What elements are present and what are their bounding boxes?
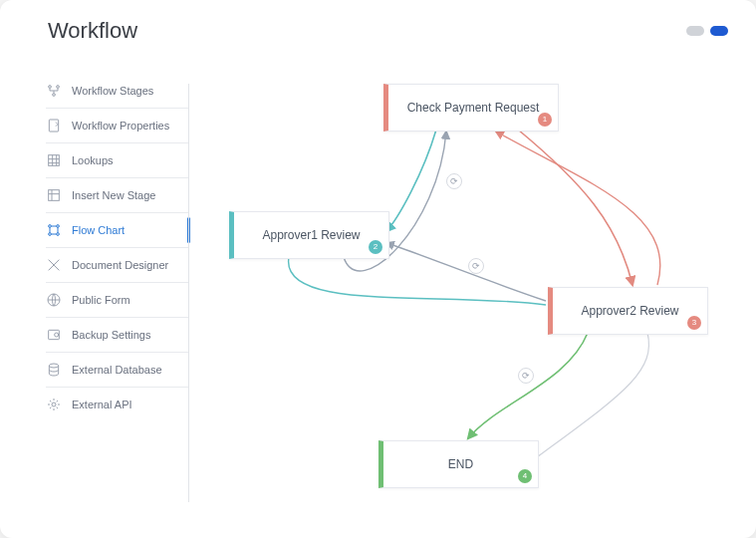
sidebar-item-external-api[interactable]: External API xyxy=(46,388,189,421)
flow-node-label: Approver2 Review xyxy=(581,304,678,318)
sidebar-item-label: Flow Chart xyxy=(72,224,125,236)
link-icon: ⟳ xyxy=(518,368,534,384)
flowchart-canvas[interactable]: ⟳ ⟳ ⟳ ⟳ Check Payment Request 1 Approver… xyxy=(189,44,756,532)
sidebar-item-label: Public Form xyxy=(72,294,130,306)
body: Workflow Stages Workflow Properties Look… xyxy=(0,44,756,532)
svg-rect-11 xyxy=(49,330,60,339)
toggle-option-b[interactable] xyxy=(710,26,728,36)
toggle-option-a[interactable] xyxy=(686,26,704,36)
flow-node-label: Approver1 Review xyxy=(262,228,360,242)
database-icon xyxy=(46,362,62,378)
svg-point-12 xyxy=(55,333,59,337)
sidebar-item-flow-chart[interactable]: Flow Chart xyxy=(46,213,189,248)
link-icon: ⟳ xyxy=(468,258,484,274)
sidebar-item-label: External API xyxy=(72,399,132,410)
svg-rect-4 xyxy=(49,155,60,166)
properties-icon xyxy=(46,118,62,134)
sidebar-item-label: Backup Settings xyxy=(72,329,151,341)
flow-node[interactable]: Check Payment Request 1 xyxy=(383,84,559,132)
flow-node-label: END xyxy=(448,457,473,471)
grid-icon xyxy=(46,152,62,168)
svg-point-8 xyxy=(49,233,52,236)
svg-point-0 xyxy=(49,86,52,89)
sidebar-item-label: Workflow Stages xyxy=(72,85,153,97)
svg-point-2 xyxy=(53,94,56,97)
svg-point-14 xyxy=(52,403,56,406)
view-toggle[interactable] xyxy=(686,26,728,36)
stages-icon xyxy=(46,83,62,99)
link-icon: ⟳ xyxy=(446,173,462,189)
flow-node-label: Check Payment Request xyxy=(407,101,540,115)
flow-node-badge: 4 xyxy=(518,469,532,483)
sidebar-item-label: Document Designer xyxy=(72,259,168,271)
flowchart-icon xyxy=(46,222,62,238)
sidebar-item-workflow-properties[interactable]: Workflow Properties xyxy=(46,109,189,143)
sidebar-item-external-database[interactable]: External Database xyxy=(46,353,189,388)
svg-rect-5 xyxy=(49,190,60,201)
api-icon xyxy=(46,397,62,412)
designer-icon xyxy=(46,257,62,273)
workflow-card: Workflow Workflow Stages Workflow Proper… xyxy=(0,0,756,538)
globe-icon xyxy=(46,292,62,308)
sidebar: Workflow Stages Workflow Properties Look… xyxy=(0,44,189,532)
page-title: Workflow xyxy=(48,18,137,44)
sidebar-item-insert-stage[interactable]: Insert New Stage xyxy=(46,178,189,213)
sidebar-item-public-form[interactable]: Public Form xyxy=(46,283,189,318)
sidebar-item-document-designer[interactable]: Document Designer xyxy=(46,248,189,283)
sidebar-item-backup-settings[interactable]: Backup Settings xyxy=(46,318,189,353)
svg-point-13 xyxy=(49,364,58,368)
sidebar-item-workflow-stages[interactable]: Workflow Stages xyxy=(46,74,189,109)
flow-node-badge: 1 xyxy=(538,113,552,127)
backup-icon xyxy=(46,327,62,343)
svg-point-9 xyxy=(57,233,60,236)
flow-node[interactable]: Approver1 Review 2 xyxy=(229,211,389,259)
flow-node[interactable]: Approver2 Review 3 xyxy=(548,287,708,335)
sidebar-item-label: Workflow Properties xyxy=(72,120,169,132)
sidebar-item-label: External Database xyxy=(72,364,162,376)
flow-node-badge: 3 xyxy=(687,316,701,330)
sidebar-item-label: Insert New Stage xyxy=(72,189,155,201)
svg-point-7 xyxy=(57,225,60,228)
sidebar-item-label: Lookups xyxy=(72,154,114,166)
flow-node-badge: 2 xyxy=(369,240,382,254)
svg-point-6 xyxy=(49,225,52,228)
header: Workflow xyxy=(0,0,756,44)
insert-icon xyxy=(46,187,62,203)
flow-node[interactable]: END 4 xyxy=(378,440,539,488)
svg-point-1 xyxy=(57,86,60,89)
sidebar-item-lookups[interactable]: Lookups xyxy=(46,143,189,178)
